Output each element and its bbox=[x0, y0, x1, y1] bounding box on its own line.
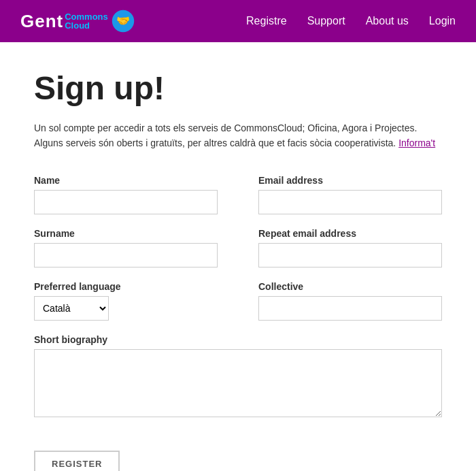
register-button[interactable]: REGISTER bbox=[34, 451, 120, 471]
navbar: Gent Commons Cloud 🤝 Registre Support Ab… bbox=[0, 0, 476, 42]
logo-gent: Gent bbox=[20, 11, 63, 32]
main-content: Sign up! Un sol compte per accedir a tot… bbox=[0, 42, 476, 471]
nav-links: Registre Support About us Login bbox=[246, 15, 456, 27]
email-input[interactable] bbox=[258, 190, 442, 214]
repeat-email-group: Repeat email address bbox=[258, 228, 442, 267]
language-select[interactable]: Català Español English bbox=[34, 296, 109, 321]
form-grid: Name Surname Preferred language Català E… bbox=[34, 175, 442, 434]
logo-cloud: Cloud bbox=[65, 21, 108, 30]
surname-group: Surname bbox=[34, 228, 218, 267]
biography-textarea[interactable] bbox=[34, 349, 442, 417]
logo-icon: 🤝 bbox=[111, 9, 135, 33]
left-column: Name Surname Preferred language Català E… bbox=[34, 175, 218, 334]
surname-label: Surname bbox=[34, 228, 218, 239]
signup-form: Name Surname Preferred language Català E… bbox=[34, 175, 442, 471]
name-input[interactable] bbox=[34, 190, 218, 214]
biography-label: Short biography bbox=[34, 334, 442, 345]
biography-group: Short biography bbox=[34, 334, 442, 420]
right-column: Email address Repeat email address Colle… bbox=[258, 175, 442, 334]
logo-stacked: Commons Cloud bbox=[65, 12, 108, 30]
logo: Gent Commons Cloud 🤝 bbox=[20, 9, 135, 33]
email-group: Email address bbox=[258, 175, 442, 214]
nav-about-us[interactable]: About us bbox=[366, 15, 409, 27]
nav-registre[interactable]: Registre bbox=[246, 15, 287, 27]
collective-input[interactable] bbox=[258, 296, 442, 321]
description: Un sol compte per accedir a tots els ser… bbox=[34, 120, 442, 151]
description-line2: Alguns serveis són oberts i gratuïts, pe… bbox=[34, 137, 396, 148]
repeat-email-input[interactable] bbox=[258, 243, 442, 267]
repeat-email-label: Repeat email address bbox=[258, 228, 442, 239]
informat-link[interactable]: Informa't bbox=[398, 137, 435, 148]
name-group: Name bbox=[34, 175, 218, 214]
email-label: Email address bbox=[258, 175, 442, 186]
surname-input[interactable] bbox=[34, 243, 218, 267]
svg-text:🤝: 🤝 bbox=[116, 14, 131, 28]
name-label: Name bbox=[34, 175, 218, 186]
language-label: Preferred language bbox=[34, 281, 218, 292]
description-line1: Un sol compte per accedir a tots els ser… bbox=[34, 123, 417, 133]
page-title: Sign up! bbox=[34, 69, 442, 107]
collective-group: Collective bbox=[258, 281, 442, 321]
nav-login[interactable]: Login bbox=[429, 15, 456, 27]
collective-label: Collective bbox=[258, 281, 442, 292]
nav-support[interactable]: Support bbox=[307, 15, 345, 27]
language-group: Preferred language Català Español Englis… bbox=[34, 281, 218, 321]
